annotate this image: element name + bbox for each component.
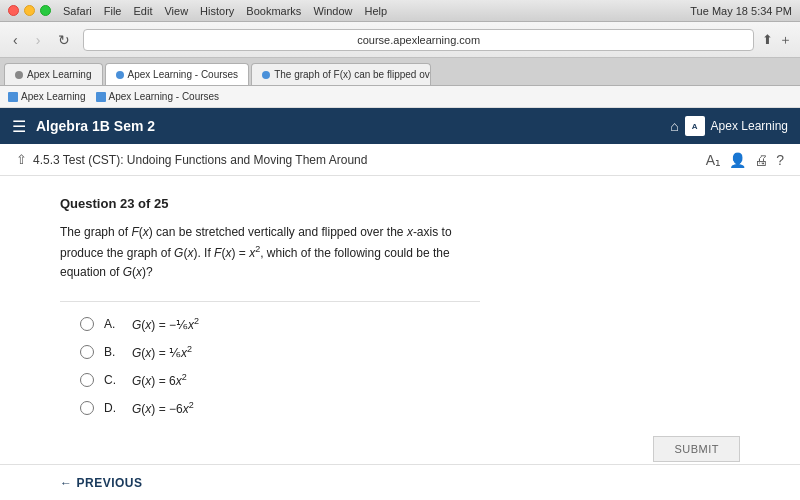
minimize-button[interactable] [24, 5, 35, 16]
translate-icon[interactable]: A₁ [706, 152, 721, 168]
submit-area: SUBMIT [60, 436, 740, 462]
question-number: Question 23 of 25 [60, 196, 740, 211]
main-content: Question 23 of 25 The graph of F(x) can … [0, 176, 800, 482]
tab-favicon-apex [15, 71, 23, 79]
menu-view[interactable]: View [164, 5, 188, 17]
bookmark-courses[interactable]: Apex Learning - Courses [96, 91, 220, 102]
option-d: D. G(x) = −6x2 [80, 400, 740, 416]
content-nav: ⇧ 4.5.3 Test (CST): Undoing Functions an… [0, 144, 800, 176]
tab-courses[interactable]: Apex Learning - Courses [105, 63, 250, 85]
hamburger-menu[interactable]: ☰ [12, 117, 26, 136]
question-text: The graph of F(x) can be stretched verti… [60, 223, 540, 283]
nav-icons: A₁ 👤 🖨 ? [706, 152, 784, 168]
question-line3: equation of G(x)? [60, 265, 153, 279]
tab-favicon-courses [116, 71, 124, 79]
question-line1: The graph of F(x) can be stretched verti… [60, 225, 452, 239]
reload-button[interactable]: ↻ [53, 30, 75, 50]
option-c-text: G(x) = 6x2 [132, 372, 187, 388]
bottom-nav: ← PREVIOUS [0, 464, 800, 500]
browser-name: Safari [63, 5, 92, 17]
option-c-label[interactable]: C. [104, 373, 122, 387]
app-title: Algebra 1B Sem 2 [36, 118, 155, 134]
tab-label-apex: Apex Learning [27, 69, 92, 80]
back-button[interactable]: ‹ [8, 30, 23, 50]
tab-label-question: The graph of F(x) can be flipped over a … [274, 69, 431, 80]
menu-history[interactable]: History [200, 5, 234, 17]
header-right: ⌂ A Apex Learning [670, 116, 788, 136]
option-c: C. G(x) = 6x2 [80, 372, 740, 388]
radio-b[interactable] [80, 345, 94, 359]
app-header: ☰ Algebra 1B Sem 2 ⌂ A Apex Learning [0, 108, 800, 144]
breadcrumb-text: 4.5.3 Test (CST): Undoing Functions and … [33, 153, 367, 167]
prev-label: PREVIOUS [77, 476, 143, 490]
bookmark-label-apex: Apex Learning [21, 91, 86, 102]
menu-window[interactable]: Window [313, 5, 352, 17]
tab-apex-home[interactable]: Apex Learning [4, 63, 103, 85]
os-bar: Safari File Edit View History Bookmarks … [0, 0, 800, 22]
question-divider [60, 301, 480, 302]
option-a: A. G(x) = −⅙x2 [80, 316, 740, 332]
toolbar-icons: ⬆ ＋ [762, 31, 792, 49]
bookmarks-bar: Apex Learning Apex Learning - Courses [0, 86, 800, 108]
header-left: ☰ Algebra 1B Sem 2 [12, 117, 155, 136]
os-time: Tue May 18 5:34 PM [690, 5, 792, 17]
option-b-text: G(x) = ⅙x2 [132, 344, 192, 360]
menu-file[interactable]: File [104, 5, 122, 17]
radio-d[interactable] [80, 401, 94, 415]
address-bar[interactable]: course.apexlearning.com [83, 29, 754, 51]
menu-bookmarks[interactable]: Bookmarks [246, 5, 301, 17]
menu-help[interactable]: Help [365, 5, 388, 17]
bookmark-apex[interactable]: Apex Learning [8, 91, 86, 102]
option-b-label[interactable]: B. [104, 345, 122, 359]
option-d-label[interactable]: D. [104, 401, 122, 415]
help-icon[interactable]: ? [776, 152, 784, 168]
traffic-lights [8, 5, 51, 16]
bookmark-label-courses: Apex Learning - Courses [109, 91, 220, 102]
content-wrapper: Question 23 of 25 The graph of F(x) can … [0, 176, 800, 500]
radio-c[interactable] [80, 373, 94, 387]
up-arrow-icon: ⇧ [16, 152, 27, 167]
user-icon[interactable]: 👤 [729, 152, 746, 168]
radio-a[interactable] [80, 317, 94, 331]
bookmark-icon-courses [96, 92, 106, 102]
option-a-text: G(x) = −⅙x2 [132, 316, 199, 332]
new-tab-icon[interactable]: ＋ [779, 31, 792, 49]
breadcrumb: ⇧ 4.5.3 Test (CST): Undoing Functions an… [16, 152, 367, 167]
option-d-text: G(x) = −6x2 [132, 400, 194, 416]
forward-button[interactable]: › [31, 30, 46, 50]
browser-toolbar: ‹ › ↻ course.apexlearning.com ⬆ ＋ [0, 22, 800, 58]
tab-favicon-question [262, 71, 270, 79]
question-line2: produce the graph of G(x). If F(x) = x2,… [60, 246, 450, 260]
option-a-label[interactable]: A. [104, 317, 122, 331]
print-icon[interactable]: 🖨 [754, 152, 768, 168]
home-icon[interactable]: ⌂ [670, 118, 678, 134]
apex-logo: A [685, 116, 705, 136]
option-b: B. G(x) = ⅙x2 [80, 344, 740, 360]
browser-tabs: Apex Learning Apex Learning - Courses Th… [0, 58, 800, 86]
answer-options: A. G(x) = −⅙x2 B. G(x) = ⅙x2 C. G(x) = 6… [80, 316, 740, 416]
prev-arrow-icon: ← [60, 476, 73, 490]
submit-button[interactable]: SUBMIT [653, 436, 740, 462]
tab-question[interactable]: The graph of F(x) can be flipped over a … [251, 63, 431, 85]
tab-label-courses: Apex Learning - Courses [128, 69, 239, 80]
previous-button[interactable]: ← PREVIOUS [60, 476, 143, 490]
maximize-button[interactable] [40, 5, 51, 16]
bookmark-icon-apex [8, 92, 18, 102]
brand-name: Apex Learning [711, 119, 788, 133]
close-button[interactable] [8, 5, 19, 16]
share-icon[interactable]: ⬆ [762, 32, 773, 47]
menu-edit[interactable]: Edit [133, 5, 152, 17]
url-text: course.apexlearning.com [357, 34, 480, 46]
